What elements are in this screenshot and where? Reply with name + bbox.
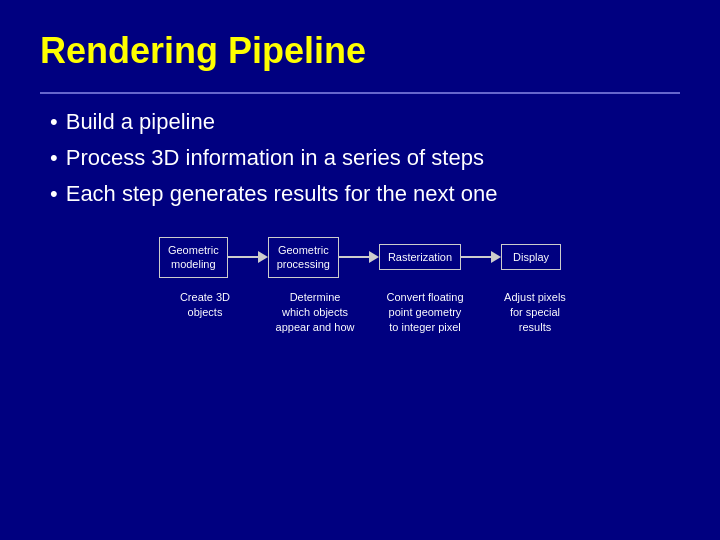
bullet-list: • Build a pipeline • Process 3D informat…	[50, 109, 680, 207]
arrow-line-3	[461, 256, 491, 258]
arrow-line-2	[339, 256, 369, 258]
label-determine: Determinewhich objectsappear and how	[260, 290, 370, 336]
pipeline-boxes: Geometric modeling Geometric processing …	[159, 237, 561, 278]
label-convert-text: Convert floatingpoint geometryto integer…	[386, 291, 463, 334]
bullet-text-2: Process 3D information in a series of st…	[66, 145, 484, 171]
bullet-1: • Build a pipeline	[50, 109, 680, 135]
box-geometric-processing: Geometric processing	[268, 237, 339, 278]
label-adjust-text: Adjust pixelsfor specialresults	[504, 291, 566, 334]
bullet-text-3: Each step generates results for the next…	[66, 181, 498, 207]
label-determine-text: Determinewhich objectsappear and how	[276, 291, 355, 334]
box-rast-line1: Rasterization	[388, 251, 452, 263]
arrow-2	[339, 251, 379, 263]
arrow-3	[461, 251, 501, 263]
bullet-dot-3: •	[50, 181, 58, 207]
box-rasterization: Rasterization	[379, 244, 461, 270]
arrowhead-3	[491, 251, 501, 263]
label-convert: Convert floatingpoint geometryto integer…	[370, 290, 480, 336]
bullet-dot-1: •	[50, 109, 58, 135]
arrowhead-1	[258, 251, 268, 263]
bullet-text-1: Build a pipeline	[66, 109, 215, 135]
arrow-1	[228, 251, 268, 263]
pipeline-section: Geometric modeling Geometric processing …	[40, 237, 680, 336]
label-create-text: Create 3Dobjects	[180, 291, 230, 318]
box-display-line1: Display	[513, 251, 549, 263]
label-create: Create 3Dobjects	[150, 290, 260, 321]
pipeline-labels: Create 3Dobjects Determinewhich objectsa…	[40, 290, 680, 336]
arrowhead-2	[369, 251, 379, 263]
box-gm-line1: Geometric	[168, 244, 219, 256]
bullet-dot-2: •	[50, 145, 58, 171]
label-adjust: Adjust pixelsfor specialresults	[480, 290, 590, 336]
box-gm-line2: modeling	[171, 258, 216, 270]
bullet-2: • Process 3D information in a series of …	[50, 145, 680, 171]
box-gp-line1: Geometric	[278, 244, 329, 256]
arrow-line-1	[228, 256, 258, 258]
box-gp-line2: processing	[277, 258, 330, 270]
box-display: Display	[501, 244, 561, 270]
slide: Rendering Pipeline • Build a pipeline • …	[0, 0, 720, 540]
box-geometric-modeling: Geometric modeling	[159, 237, 228, 278]
bullet-3: • Each step generates results for the ne…	[50, 181, 680, 207]
slide-title: Rendering Pipeline	[40, 30, 680, 72]
divider	[40, 92, 680, 94]
